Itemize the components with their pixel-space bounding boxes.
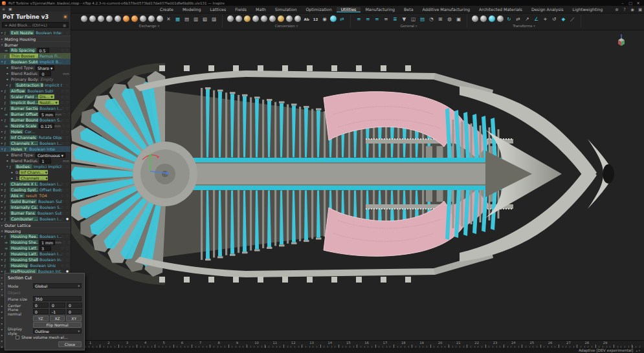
visibility-eye-icon[interactable]: ◌ ◌ (61, 206, 69, 209)
property-name-chip[interactable]: Rib Spacing (10, 48, 36, 52)
menu-item-additive-manufacturing[interactable]: Additive Manufacturing (418, 7, 474, 12)
transforms-tool-icon-2[interactable] (480, 16, 487, 22)
conversion-tool-icon-1[interactable] (227, 16, 234, 22)
menu-item-lightweighting[interactable]: Lightweighting (568, 7, 608, 12)
exchange-tool-icon-2[interactable] (89, 16, 96, 22)
transforms-tool-icon-3[interactable] (489, 16, 495, 22)
exchange-tool-icon-4[interactable] (106, 16, 113, 22)
menu-item-lattices[interactable]: Lattices (206, 7, 231, 12)
exchange-tool-icon-1[interactable] (81, 16, 87, 22)
property-name-chip[interactable]: Housing She... (10, 240, 38, 244)
exchange-tool-icon-9[interactable] (148, 16, 155, 22)
general-tool-icon-11[interactable]: ◍ (445, 15, 454, 23)
tree-row[interactable]: ≔Housing Latt...3◌ ◌ (0, 245, 71, 251)
display-style-dropdown[interactable]: Outline ▾ (33, 328, 82, 334)
toolbar-group-label[interactable]: Transforms ▿ (513, 24, 535, 28)
block-name-chip[interactable]: Exit Nozzle (10, 30, 34, 35)
exchange-tool-icon-3[interactable] (98, 16, 104, 22)
conversion-tool-icon-3[interactable] (244, 16, 250, 22)
tree-row[interactable]: ≔Rib Spacing0.5◌ ◌ (0, 47, 71, 53)
tree-row[interactable]: ƒScalar Field ...Dis... ▾◌ ◌ (0, 94, 71, 100)
exchange-tool-icon-14[interactable]: ▥ (192, 15, 200, 23)
kv-input[interactable]: 0 (39, 71, 51, 76)
conversion-tool-icon-2[interactable] (236, 16, 242, 22)
general-tool-icon-2[interactable]: ≡ (364, 15, 372, 23)
tree-row[interactable]: ≔Housing She...1 mmmm◌ ◌ (0, 239, 71, 245)
tree-row[interactable]: ▸ƒHousing ShellBoolean In...◌ ◌ (0, 257, 71, 262)
general-tool-icon-9[interactable]: ◔ (427, 15, 436, 23)
conversion-tool-icon-12[interactable]: ◉ (320, 15, 329, 23)
block-name-chip[interactable]: Burner Bounds (10, 118, 38, 122)
transforms-tool-icon-11[interactable]: ◆ (559, 15, 568, 23)
block-name-chip[interactable]: Implicit Bod... (10, 100, 38, 105)
center-x-input[interactable]: 0 (33, 303, 49, 308)
exchange-tool-icon-13[interactable]: ▤ (183, 15, 191, 23)
conversion-tool-icon-9[interactable] (294, 16, 301, 22)
tree-row[interactable]: ▸ƒSolid BurnerBoolean Sub...◌ ◌ (0, 198, 71, 204)
visibility-eye-icon[interactable]: ◌ ◌ (61, 54, 69, 58)
visibility-eye-icon[interactable]: ◌ ● (61, 217, 69, 220)
block-name-chip[interactable]: Burner Section (10, 106, 38, 111)
tree-row[interactable]: ▸ƒHolesCor...◌ ◌ (0, 129, 71, 134)
tree-row[interactable]: ▸ƒBurner SectionBoolean I...◌ ◌ (0, 105, 71, 111)
exchange-tool-icon-15[interactable]: ▧ (201, 15, 209, 23)
panel-menu-icon[interactable]: ≡ (2, 6, 5, 11)
tree-row[interactable]: ▪Blend Type:Continuous ▾ (0, 152, 71, 158)
tree-row[interactable]: ▸ƒChannels X...Boolean I...◌ ◌ (0, 140, 71, 146)
share-user-icon[interactable] (63, 14, 68, 19)
block-name-chip[interactable]: Housing Shell (10, 257, 38, 262)
block-name-chip[interactable]: Boolean Subtract (10, 59, 38, 64)
tree-row[interactable]: ▸ƒHousingBoolean Union◌ ◌ (0, 262, 71, 268)
visibility-eye-icon[interactable]: ◌ ◌ (61, 31, 69, 34)
visibility-eye-icon[interactable]: ◌ ◌ (61, 165, 69, 168)
account-icon[interactable]: ◉ (628, 7, 636, 12)
conversion-tool-icon-13[interactable] (330, 16, 337, 22)
menu-item-manufacturing[interactable]: Manufacturing (361, 7, 399, 12)
sub-block-chip[interactable]: Subtraction B... (15, 83, 43, 87)
menu-item-beta[interactable]: Beta (399, 7, 418, 12)
exchange-tool-icon-6[interactable] (123, 16, 129, 22)
transforms-tool-icon-10[interactable]: ↺ (550, 15, 559, 23)
add-block-input[interactable]: + Add Block... (Ctrl+L) ▦ (2, 22, 69, 28)
orientation-cube[interactable] (616, 34, 627, 51)
tree-row[interactable]: ▸ƒInf ChannelsRotate Object◌ ◌ (0, 134, 71, 140)
tree-section-row[interactable]: ▾Burner (0, 41, 71, 47)
tree-row[interactable]: ▸ƒBurner FansBoolean Sub...◌ ◌ (0, 210, 71, 216)
conversion-tool-icon-8[interactable] (286, 16, 293, 22)
plane-xy-button[interactable]: XY (66, 316, 82, 321)
flip-normal-button[interactable]: Flip Normal (33, 322, 82, 328)
general-tool-icon-4[interactable]: ≡ (382, 15, 390, 23)
general-tool-icon-12[interactable]: ▣ (454, 15, 463, 23)
close-button[interactable]: ✕ (634, 1, 642, 5)
visibility-eye-icon[interactable]: ◌ ◌ (61, 252, 69, 255)
visibility-eye-icon[interactable]: ◌ ◌ (61, 83, 69, 87)
visibility-eye-icon[interactable]: ◌ ◌ (61, 136, 69, 139)
visibility-eye-icon[interactable]: ◌ ◌ (61, 118, 69, 122)
visibility-eye-icon[interactable]: ◌ ◌ (61, 101, 69, 104)
viewport-3d[interactable]: 1234567891011121314151617181920212223242… (71, 30, 644, 348)
exchange-tool-icon-10[interactable] (157, 16, 163, 22)
property-name-chip[interactable]: Burner Offset (10, 112, 38, 116)
property-value-input[interactable]: 0.125 (39, 123, 54, 129)
general-tool-icon-3[interactable]: ≡ (373, 15, 381, 23)
block-name-chip[interactable]: Solid Burner (10, 199, 37, 204)
general-tool-icon-1[interactable]: ≡ (355, 15, 363, 23)
block-name-chip[interactable]: Inf Channels (10, 135, 38, 140)
normal-x-input[interactable]: 0 (33, 309, 49, 314)
toolbar-group-label[interactable]: General ▿ (400, 24, 417, 28)
menu-item-fields[interactable]: Fields (230, 7, 251, 12)
visibility-eye-icon[interactable]: ◌ ◌ (61, 147, 69, 151)
tree-section-row[interactable]: ▸Mating Housing (0, 36, 71, 41)
item-value-dropdown[interactable]: Inf Chann... ▾ (19, 170, 48, 175)
menu-item-create[interactable]: Create (155, 7, 178, 12)
tree-row[interactable]: ▸ƒExit NozzleBoolean Inter...◌ ◌ (0, 30, 71, 36)
kv-input[interactable]: 1 (39, 158, 51, 164)
tree-row[interactable]: ▸ƒCooling Syst...Offset Body◌ ◌ (0, 187, 71, 193)
property-value-input[interactable]: 3 (39, 246, 51, 251)
tree-row[interactable]: ▸ƒInternally Co...Boolean S...◌ ◌ (0, 204, 71, 210)
item-value-dropdown[interactable]: Channels ... ▾ (19, 176, 48, 180)
block-name-chip[interactable]: Housing (10, 263, 28, 268)
menu-item-utilities[interactable]: Utilities (337, 7, 361, 12)
menu-item-architected-materials[interactable]: Architected Materials (474, 7, 527, 12)
visibility-eye-icon[interactable]: ◌ ◌ (61, 182, 69, 186)
